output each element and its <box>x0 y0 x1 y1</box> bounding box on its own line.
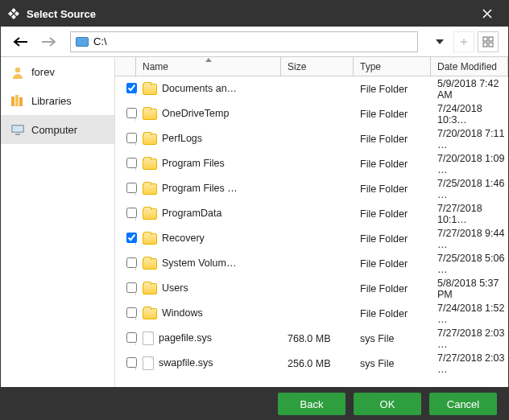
file-row[interactable]: pagefile.sys768.0 MBsys File7/27/2018 2:… <box>115 326 508 351</box>
computer-icon <box>10 123 25 136</box>
folder-icon <box>143 233 157 245</box>
file-type: sys File <box>354 358 431 369</box>
file-type: File Folder <box>354 308 431 319</box>
file-type: File Folder <box>354 84 431 95</box>
file-row[interactable]: OneDriveTempFile Folder7/24/2018 10:3… <box>115 101 508 126</box>
libraries-icon <box>10 94 25 107</box>
file-name: PerfLogs <box>162 133 202 144</box>
file-size: 768.0 MB <box>281 333 354 344</box>
file-row[interactable]: PerfLogsFile Folder7/20/2018 7:11 … <box>115 126 508 151</box>
file-name: Documents an… <box>162 83 237 94</box>
file-type: File Folder <box>354 258 431 270</box>
sidebar-item-label: Computer <box>31 124 77 136</box>
file-row[interactable]: swapfile.sys256.0 MBsys File7/27/2018 2:… <box>115 351 508 376</box>
file-row[interactable]: UsersFile Folder5/8/2018 5:37 PM <box>115 276 508 301</box>
file-type: sys File <box>354 333 431 344</box>
back-button[interactable]: Back <box>278 393 346 415</box>
folder-icon <box>143 308 157 319</box>
file-icon <box>143 331 154 345</box>
file-date: 7/27/2018 2:03 … <box>431 352 508 375</box>
dropdown-button[interactable] <box>429 31 450 52</box>
file-row[interactable]: ProgramDataFile Folder7/27/2018 10:1… <box>115 201 508 226</box>
file-name: OneDriveTemp <box>162 108 229 119</box>
file-type: File Folder <box>354 159 431 170</box>
file-date: 5/8/2018 5:37 PM <box>431 278 508 300</box>
col-name[interactable]: Name <box>136 57 281 76</box>
file-row[interactable]: Documents an…File Folder5/9/2018 7:42 AM <box>115 76 508 101</box>
file-area: Name Size Type Date Modified Documents a… <box>115 57 508 387</box>
user-icon <box>10 65 25 78</box>
svg-rect-7 <box>19 97 23 106</box>
close-button[interactable] <box>473 1 502 27</box>
file-size: 256.0 MB <box>281 358 354 369</box>
file-date: 7/20/2018 7:11 … <box>431 128 508 150</box>
file-date: 7/20/2018 1:09 … <box>431 153 508 175</box>
nav-back-button[interactable] <box>10 31 31 52</box>
col-date[interactable]: Date Modified <box>431 57 508 76</box>
file-name: Users <box>162 282 188 294</box>
folder-icon <box>143 134 157 145</box>
sidebar-item-computer[interactable]: Computer <box>1 115 114 144</box>
ok-button[interactable]: OK <box>354 393 421 415</box>
file-name: swapfile.sys <box>159 357 213 369</box>
file-name: Recovery <box>162 233 205 244</box>
toolbar: C:\ <box>1 27 508 57</box>
file-name: ProgramData <box>162 208 221 219</box>
titlebar: Select Source <box>1 1 508 27</box>
sidebar-item-user[interactable]: forev <box>1 57 114 86</box>
folder-icon <box>143 258 157 270</box>
file-type: File Folder <box>354 183 431 195</box>
folder-icon <box>143 208 157 220</box>
folder-icon <box>143 183 157 195</box>
file-date: 7/27/2018 9:44 … <box>431 228 508 250</box>
view-grid-button[interactable] <box>478 31 499 52</box>
sidebar: forev Libraries Computer <box>1 57 115 387</box>
sidebar-item-label: Libraries <box>31 95 72 107</box>
file-list[interactable]: Documents an…File Folder5/9/2018 7:42 AM… <box>115 76 508 387</box>
svg-point-4 <box>15 68 20 72</box>
file-type: File Folder <box>354 208 431 220</box>
file-type: File Folder <box>354 283 431 294</box>
file-date: 5/9/2018 7:42 AM <box>431 78 508 101</box>
svg-rect-6 <box>15 95 19 106</box>
folder-icon <box>143 109 157 120</box>
svg-rect-9 <box>13 126 23 132</box>
path-bar[interactable]: C:\ <box>70 31 418 52</box>
file-date: 7/27/2018 10:1… <box>431 203 508 225</box>
file-name: Program Files … <box>162 183 238 194</box>
col-size[interactable]: Size <box>281 57 354 76</box>
sidebar-item-label: forev <box>31 66 55 78</box>
drive-icon <box>76 37 89 47</box>
folder-icon <box>143 159 157 170</box>
path-text: C:\ <box>93 35 107 47</box>
folder-icon <box>143 283 157 294</box>
file-type: File Folder <box>354 109 431 120</box>
file-row[interactable]: Program Files …File Folder7/25/2018 1:46… <box>115 176 508 201</box>
file-icon <box>143 356 154 370</box>
svg-rect-3 <box>489 43 493 47</box>
file-name: Program Files <box>162 158 225 169</box>
svg-rect-2 <box>483 43 487 47</box>
file-date: 7/27/2018 2:03 … <box>431 327 508 350</box>
col-checkbox[interactable] <box>115 57 136 76</box>
nav-forward-button[interactable] <box>38 31 59 52</box>
file-row[interactable]: Program FilesFile Folder7/20/2018 1:09 … <box>115 151 508 176</box>
col-type[interactable]: Type <box>354 57 431 76</box>
svg-rect-10 <box>15 134 20 135</box>
file-type: File Folder <box>354 233 431 245</box>
cancel-button[interactable]: Cancel <box>429 393 497 415</box>
folder-icon <box>143 84 157 95</box>
file-date: 7/24/2018 1:52 … <box>431 303 508 325</box>
file-date: 7/25/2018 5:06 … <box>431 253 508 275</box>
file-row[interactable]: RecoveryFile Folder7/27/2018 9:44 … <box>115 226 508 251</box>
file-type: File Folder <box>354 134 431 145</box>
new-folder-button[interactable] <box>453 31 474 52</box>
file-date: 7/25/2018 1:46 … <box>431 178 508 200</box>
svg-rect-5 <box>11 97 14 106</box>
window-title: Select Source <box>27 8 96 20</box>
sidebar-item-libraries[interactable]: Libraries <box>1 86 114 115</box>
footer: Back OK Cancel <box>1 387 508 420</box>
file-row[interactable]: System Volum…File Folder7/25/2018 5:06 … <box>115 251 508 276</box>
file-row[interactable]: WindowsFile Folder7/24/2018 1:52 … <box>115 301 508 326</box>
svg-rect-1 <box>489 37 493 41</box>
